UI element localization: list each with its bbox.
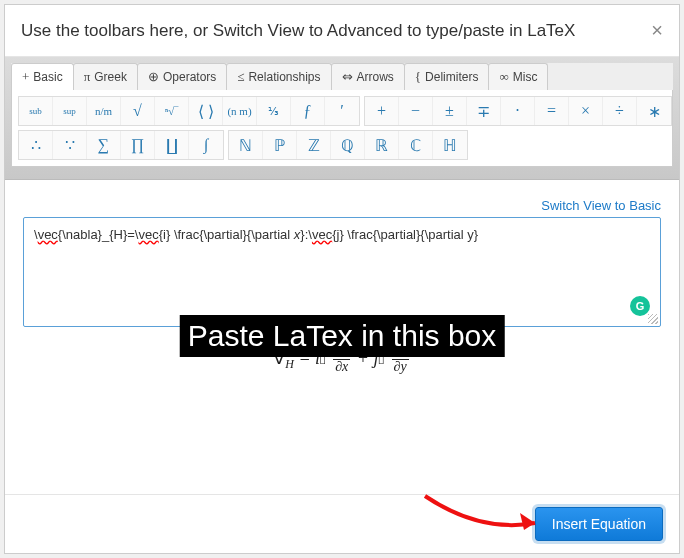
tab-delimiters[interactable]: { Delimiters <box>404 63 490 90</box>
minus-button[interactable]: − <box>399 97 433 125</box>
tab-label: Basic <box>33 70 62 84</box>
arrows-icon: ⇔ <box>342 69 353 85</box>
divide-button[interactable]: ÷ <box>603 97 637 125</box>
symbol-group: + − ± ∓ · = × ÷ ∗ <box>364 96 672 126</box>
integral-button[interactable]: ∫ <box>189 131 223 159</box>
stacked-fraction-button[interactable]: ⅓ <box>257 97 291 125</box>
tab-greek[interactable]: π Greek <box>73 63 138 90</box>
sum-button[interactable]: ∑ <box>87 131 121 159</box>
function-button[interactable]: ƒ <box>291 97 325 125</box>
tab-label: Relationships <box>248 70 320 84</box>
tab-label: Misc <box>513 70 538 84</box>
oplus-icon: ⊕ <box>148 69 159 85</box>
insert-equation-button[interactable]: Insert Equation <box>535 507 663 541</box>
superscript-button[interactable]: sup <box>53 97 87 125</box>
tab-label: Operators <box>163 70 216 84</box>
leq-icon: ≤ <box>237 69 244 85</box>
modal-header: Use the toolbars here, or Switch View to… <box>5 5 679 57</box>
coproduct-button[interactable]: ∐ <box>155 131 189 159</box>
tab-basic[interactable]: + Basic <box>11 63 74 90</box>
sqrt-button[interactable]: √ <box>121 97 155 125</box>
therefore-button[interactable]: ∴ <box>19 131 53 159</box>
brace-icon: { <box>415 69 421 85</box>
plus-icon: + <box>22 69 29 85</box>
angle-brackets-button[interactable]: ⟨ ⟩ <box>189 97 223 125</box>
minusplus-button[interactable]: ∓ <box>467 97 501 125</box>
modal-title: Use the toolbars here, or Switch View to… <box>21 21 575 41</box>
natural-button[interactable]: ℕ <box>229 131 263 159</box>
product-button[interactable]: ∏ <box>121 131 155 159</box>
infinity-icon: ∞ <box>499 69 508 85</box>
cdot-button[interactable]: · <box>501 97 535 125</box>
equals-button[interactable]: = <box>535 97 569 125</box>
tab-label: Delimiters <box>425 70 478 84</box>
nthroot-button[interactable]: ⁿ√‾ <box>155 97 189 125</box>
latex-input-text: \vec{\nabla}_{H}=\vec{i} \frac{\partial}… <box>34 226 650 244</box>
symbol-group: ℕ ℙ ℤ ℚ ℝ ℂ ℍ <box>228 130 468 160</box>
asterisk-button[interactable]: ∗ <box>637 97 671 125</box>
symbol-row-1: sub sup n/m √ ⁿ√‾ ⟨ ⟩ (n m) ⅓ ƒ ′ + − ± … <box>18 96 666 126</box>
tab-operators[interactable]: ⊕ Operators <box>137 63 227 90</box>
tab-relationships[interactable]: ≤ Relationships <box>226 63 331 90</box>
switch-view-link[interactable]: Switch View to Basic <box>23 198 661 213</box>
grammarly-icon[interactable] <box>630 296 650 316</box>
symbol-group: ∴ ∵ ∑ ∏ ∐ ∫ <box>18 130 224 160</box>
rationals-button[interactable]: ℚ <box>331 131 365 159</box>
subscript-button[interactable]: sub <box>19 97 53 125</box>
symbol-palette: sub sup n/m √ ⁿ√‾ ⟨ ⟩ (n m) ⅓ ƒ ′ + − ± … <box>11 90 673 167</box>
resize-grip-icon[interactable] <box>648 314 658 324</box>
close-button[interactable]: × <box>651 19 663 42</box>
tab-strip: + Basic π Greek ⊕ Operators ≤ Relationsh… <box>11 63 673 90</box>
plus-button[interactable]: + <box>365 97 399 125</box>
prime-set-button[interactable]: ℙ <box>263 131 297 159</box>
annotation-overlay: Paste LaTex in this box <box>180 315 505 357</box>
tab-label: Arrows <box>357 70 394 84</box>
complex-button[interactable]: ℂ <box>399 131 433 159</box>
toolbar-area: + Basic π Greek ⊕ Operators ≤ Relationsh… <box>5 57 679 180</box>
tab-arrows[interactable]: ⇔ Arrows <box>331 63 405 90</box>
equation-editor-modal: Use the toolbars here, or Switch View to… <box>4 4 680 554</box>
integers-button[interactable]: ℤ <box>297 131 331 159</box>
binomial-button[interactable]: (n m) <box>223 97 257 125</box>
quaternions-button[interactable]: ℍ <box>433 131 467 159</box>
tab-label: Greek <box>94 70 127 84</box>
symbol-group: sub sup n/m √ ⁿ√‾ ⟨ ⟩ (n m) ⅓ ƒ ′ <box>18 96 360 126</box>
because-button[interactable]: ∵ <box>53 131 87 159</box>
plusminus-button[interactable]: ± <box>433 97 467 125</box>
times-button[interactable]: × <box>569 97 603 125</box>
fraction-button[interactable]: n/m <box>87 97 121 125</box>
prime-button[interactable]: ′ <box>325 97 359 125</box>
pi-icon: π <box>84 69 91 85</box>
latex-input[interactable]: \vec{\nabla}_{H}=\vec{i} \frac{\partial}… <box>23 217 661 327</box>
modal-footer: Insert Equation <box>5 494 679 553</box>
reals-button[interactable]: ℝ <box>365 131 399 159</box>
tab-misc[interactable]: ∞ Misc <box>488 63 548 90</box>
symbol-row-2: ∴ ∵ ∑ ∏ ∐ ∫ ℕ ℙ ℤ ℚ ℝ ℂ ℍ <box>18 130 666 160</box>
